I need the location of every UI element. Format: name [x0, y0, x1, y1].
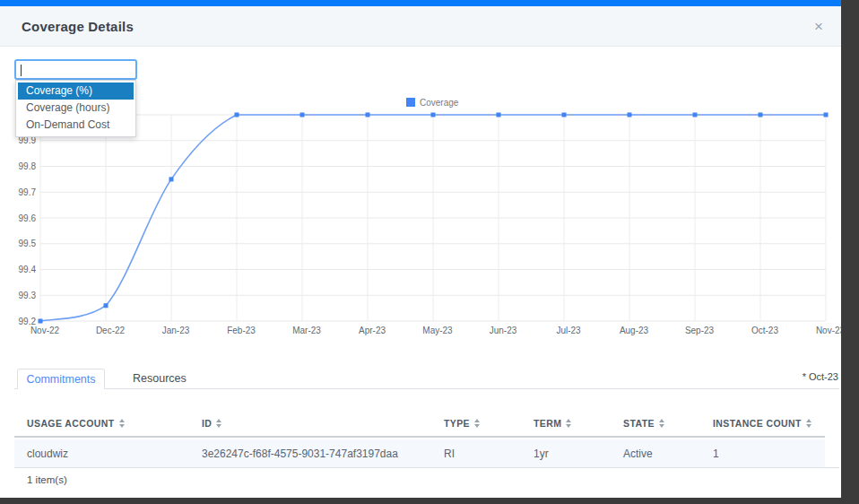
svg-text:Nov-23: Nov-23 — [816, 326, 841, 335]
tab-commitments[interactable]: Commitments — [17, 369, 105, 389]
page-background — [0, 498, 859, 504]
table-row: cloudwiz 3e26247c-f68f-4575-9031-747af31… — [14, 439, 825, 467]
table-bottom-border — [14, 467, 839, 468]
coverage-details-modal: Coverage Details × Coverage (%) Coverage… — [0, 0, 841, 498]
sort-icon — [474, 419, 480, 428]
svg-text:99.3: 99.3 — [19, 291, 37, 300]
modal-accent-bar — [0, 0, 841, 6]
sort-icon — [566, 419, 571, 428]
svg-text:Coverage: Coverage — [420, 98, 459, 108]
column-header-usage-account[interactable]: USAGE ACCOUNT — [14, 418, 189, 429]
sort-icon — [806, 419, 811, 428]
svg-text:May-23: May-23 — [422, 326, 453, 335]
metric-dropdown: Coverage (%) Coverage (hours) On-Demand … — [15, 80, 136, 137]
dropdown-option-coverage-hours[interactable]: Coverage (hours) — [18, 100, 134, 117]
svg-text:99.4: 99.4 — [19, 265, 37, 274]
page-title: Coverage Details — [22, 6, 134, 47]
svg-text:99.2: 99.2 — [19, 317, 37, 326]
close-icon[interactable]: × — [809, 17, 829, 37]
cell-type: RI — [431, 448, 521, 460]
dropdown-option-ondemand-cost[interactable]: On-Demand Cost — [18, 117, 134, 134]
sort-icon — [216, 419, 221, 428]
svg-text:Jul-23: Jul-23 — [556, 326, 581, 335]
cell-instance-count: 1 — [700, 448, 825, 460]
column-header-state[interactable]: STATE — [611, 418, 700, 429]
svg-text:Jan-23: Jan-23 — [162, 326, 190, 335]
svg-text:Aug-23: Aug-23 — [620, 326, 649, 335]
sort-icon — [659, 419, 664, 428]
column-label: STATE — [623, 418, 655, 429]
svg-text:Sep-23: Sep-23 — [685, 326, 715, 335]
dropdown-option-coverage-pct[interactable]: Coverage (%) — [18, 83, 134, 100]
tab-bar: Commitments Resources — [14, 366, 839, 389]
page-background — [841, 0, 859, 504]
column-header-id[interactable]: ID — [189, 418, 431, 429]
column-label: USAGE ACCOUNT — [27, 418, 115, 429]
column-header-type[interactable]: TYPE — [431, 418, 521, 429]
svg-text:99.6: 99.6 — [19, 213, 37, 223]
modal-header: Coverage Details × — [0, 6, 841, 47]
column-label: ID — [202, 418, 212, 429]
cell-id: 3e26247c-f68f-4575-9031-747af3197daa — [189, 448, 431, 460]
table-header-row: USAGE ACCOUNT ID TYPE TERM STATE INSTANC… — [14, 411, 825, 438]
column-label: INSTANCE COUNT — [713, 418, 802, 429]
svg-text:Mar-23: Mar-23 — [292, 326, 321, 335]
tab-resources[interactable]: Resources — [111, 369, 208, 389]
item-count-label: 1 item(s) — [27, 474, 67, 485]
period-note: * Oct-23 — [803, 371, 838, 382]
svg-text:Oct-23: Oct-23 — [751, 326, 778, 335]
column-label: TYPE — [444, 418, 470, 429]
column-header-instance-count[interactable]: INSTANCE COUNT — [700, 418, 825, 429]
column-header-term[interactable]: TERM — [521, 418, 611, 429]
svg-text:Apr-23: Apr-23 — [359, 326, 386, 335]
svg-text:99.8: 99.8 — [19, 161, 37, 171]
svg-text:Jun-23: Jun-23 — [490, 326, 517, 335]
cell-state: Active — [611, 448, 700, 460]
text-cursor — [21, 65, 22, 76]
svg-text:99.5: 99.5 — [19, 239, 37, 248]
sort-icon — [119, 419, 125, 428]
svg-text:Nov-22: Nov-22 — [30, 326, 60, 335]
svg-text:Dec-22: Dec-22 — [96, 326, 126, 335]
cell-usage-account: cloudwiz — [14, 448, 189, 460]
cell-term: 1yr — [521, 448, 611, 460]
svg-text:99.7: 99.7 — [19, 187, 37, 197]
metric-select-input[interactable] — [14, 59, 137, 80]
svg-text:Feb-23: Feb-23 — [227, 326, 256, 335]
column-label: TERM — [534, 418, 561, 429]
